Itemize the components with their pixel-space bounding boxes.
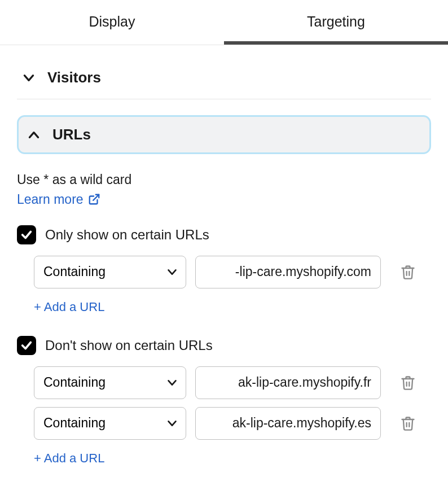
only-show-group: Only show on certain URLs + Add a URL [17, 225, 431, 318]
dont-show-add-url[interactable]: + Add a URL [34, 451, 104, 466]
trash-icon[interactable] [400, 375, 416, 391]
dont-show-group: Don't show on certain URLs [17, 336, 431, 469]
only-show-rules: + Add a URL [17, 256, 431, 318]
trash-icon[interactable] [400, 264, 416, 280]
dont-show-rule-1-operator[interactable] [34, 407, 186, 440]
accordion-visitors: Visitors [17, 61, 431, 99]
only-show-rule-0-operator[interactable] [34, 256, 186, 288]
dont-show-rule-1 [34, 407, 431, 440]
accordion-urls-header[interactable]: URLs [17, 115, 431, 154]
check-icon [20, 339, 33, 352]
external-link-icon [88, 193, 100, 205]
check-icon [20, 229, 33, 241]
only-show-toggle-row: Only show on certain URLs [17, 225, 431, 244]
trash-icon[interactable] [400, 415, 416, 431]
tabs: Display Targeting [0, 0, 448, 45]
wildcard-hint: Use * as a wild card [17, 170, 431, 190]
only-show-rule-0-url[interactable] [195, 256, 381, 288]
learn-more-link[interactable]: Learn more [17, 192, 100, 207]
only-show-rule-0-operator-wrap [34, 256, 186, 288]
dont-show-toggle-row: Don't show on certain URLs [17, 336, 431, 355]
dont-show-rule-0-operator[interactable] [34, 366, 186, 399]
accordion-visitors-title: Visitors [47, 69, 101, 86]
dont-show-checkbox[interactable] [17, 336, 36, 355]
accordion-urls: URLs Use * as a wild card Learn more Onl… [17, 115, 431, 490]
svg-line-0 [93, 195, 99, 200]
only-show-add-url[interactable]: + Add a URL [34, 300, 104, 314]
tab-display[interactable]: Display [0, 0, 224, 45]
dont-show-rule-0-operator-wrap [34, 366, 186, 399]
accordion-visitors-header[interactable]: Visitors [17, 61, 431, 99]
chevron-up-icon [27, 128, 41, 142]
dont-show-rule-1-url[interactable] [195, 407, 381, 440]
only-show-checkbox[interactable] [17, 225, 36, 244]
chevron-down-icon [21, 71, 36, 85]
tab-targeting[interactable]: Targeting [224, 0, 448, 45]
dont-show-rule-0-url[interactable] [195, 366, 381, 399]
targeting-panel: Visitors URLs Use * as a wild card Learn… [0, 61, 448, 490]
only-show-label: Only show on certain URLs [45, 227, 209, 243]
only-show-rule-0 [34, 256, 431, 288]
dont-show-rules: + Add a URL [17, 366, 431, 469]
accordion-urls-title: URLs [52, 126, 91, 143]
dont-show-rule-1-operator-wrap [34, 407, 186, 440]
dont-show-label: Don't show on certain URLs [45, 338, 213, 353]
learn-more-label: Learn more [17, 192, 84, 207]
dont-show-rule-0 [34, 366, 431, 399]
